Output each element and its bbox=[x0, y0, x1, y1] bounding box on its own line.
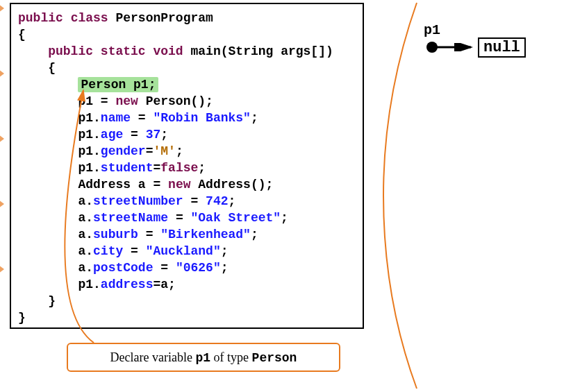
code-listing: public class PersonProgram { public stat… bbox=[10, 3, 364, 329]
method-name: main bbox=[191, 44, 221, 58]
variable-label: p1 bbox=[424, 22, 440, 38]
brace-open: { bbox=[48, 61, 56, 75]
annotation-caption: Declare variable p1 of type Person bbox=[67, 343, 340, 372]
caption-var: p1 bbox=[196, 351, 211, 365]
keyword-class: class bbox=[71, 11, 108, 25]
keyword-public: public bbox=[48, 44, 93, 58]
caption-type: Person bbox=[252, 351, 297, 365]
keyword-new: new bbox=[115, 94, 138, 108]
number-literal: 37 bbox=[146, 128, 161, 142]
null-value-box: null bbox=[478, 37, 526, 58]
object-diagram: p1 null bbox=[424, 22, 556, 64]
string-literal: "Robin Banks" bbox=[153, 111, 250, 125]
caption-text: of type bbox=[210, 350, 251, 364]
param-name: args[] bbox=[281, 44, 326, 58]
keyword-false: false bbox=[160, 161, 198, 175]
brace-open: { bbox=[18, 28, 26, 42]
keyword-static: static bbox=[101, 44, 146, 58]
param-type: String bbox=[229, 44, 274, 58]
keyword-void: void bbox=[153, 44, 183, 58]
class-name: PersonProgram bbox=[115, 11, 213, 25]
caption-text: Declare variable bbox=[110, 350, 196, 364]
brace-close: } bbox=[48, 294, 56, 308]
char-literal: 'M' bbox=[153, 144, 175, 158]
field-name: name bbox=[101, 111, 131, 125]
reference-arrow-icon bbox=[436, 43, 475, 51]
progress-markers bbox=[0, 4, 8, 337]
var: p1 bbox=[78, 94, 93, 108]
highlighted-line: Person p1; bbox=[78, 77, 158, 92]
brace-close: } bbox=[18, 311, 26, 325]
keyword-public: public bbox=[18, 11, 63, 25]
